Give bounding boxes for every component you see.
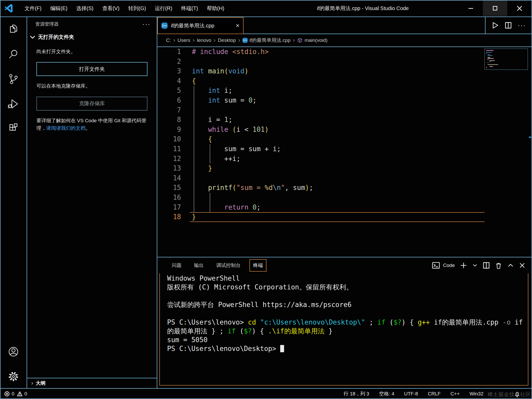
search-icon[interactable] — [6, 47, 21, 62]
menu-item[interactable]: 终端(T) — [177, 0, 202, 17]
split-editor-icon[interactable] — [505, 22, 512, 29]
line-number: 15 — [157, 183, 181, 193]
clone-repo-button[interactable]: 克隆存储库 — [36, 97, 147, 111]
minimap-bar — [489, 60, 495, 61]
code-line[interactable]: int main(void) — [192, 66, 484, 76]
menu-item[interactable]: 编辑(E) — [46, 0, 72, 17]
notifications-bell-icon[interactable] — [514, 390, 521, 397]
panel-tab-问题[interactable]: 问题 — [168, 259, 185, 272]
new-terminal-icon[interactable] — [460, 262, 467, 269]
outline-section[interactable]: › 大纲 — [27, 378, 157, 388]
code-line[interactable]: # include <stdio.h> — [192, 47, 484, 57]
code-line[interactable] — [192, 105, 484, 115]
code-line[interactable]: ++i; — [192, 154, 484, 164]
close-tab-icon[interactable]: × — [236, 22, 239, 29]
breadcrumb-item[interactable]: main(void) — [297, 37, 327, 43]
cpp-file-icon: C++ — [242, 38, 248, 43]
close-window-button[interactable] — [507, 1, 531, 16]
errors-icon[interactable]: 0 — [4, 391, 14, 397]
line-number: 3 — [157, 66, 181, 76]
breadcrumb-item[interactable]: C: — [166, 37, 171, 43]
close-panel-icon[interactable] — [519, 262, 525, 268]
docs-link[interactable]: 请阅读我们的文档 — [46, 125, 85, 131]
menu-item[interactable]: 转到(G) — [124, 0, 151, 17]
code-line[interactable]: while (i < 101) — [192, 125, 484, 135]
menu-item[interactable]: 选择(S) — [72, 0, 98, 17]
settings-gear-icon[interactable] — [6, 369, 21, 384]
editor-actions: ··· — [485, 17, 532, 34]
minimap-bar — [488, 57, 490, 58]
status-item[interactable]: Win32 — [470, 391, 483, 397]
code-content[interactable]: # include <stdio.h>int main(void){ int i… — [192, 47, 484, 222]
run-and-debug-icon[interactable] — [6, 96, 21, 111]
menu-item[interactable]: 运行(R) — [150, 0, 177, 17]
terminal-output[interactable]: Windows PowerShell版权所有 (C) Microsoft Cor… — [159, 273, 528, 386]
minimap[interactable] — [484, 49, 528, 70]
status-item[interactable]: CRLF — [428, 391, 441, 397]
bottom-panel: 问题输出调试控制台终端 Code Windows PowerShell版权所有 … — [157, 257, 532, 388]
extensions-icon[interactable] — [6, 121, 21, 136]
more-actions-icon[interactable]: ··· — [518, 21, 526, 29]
warnings-icon[interactable]: 0 — [17, 391, 27, 397]
breadcrumb-item[interactable]: lenovo — [197, 37, 211, 43]
status-item[interactable]: 空格: 4 — [379, 390, 394, 397]
terminal-cursor — [280, 345, 284, 352]
panel-tab-输出[interactable]: 输出 — [190, 259, 207, 272]
status-item[interactable]: C++ — [450, 391, 460, 397]
menu-item[interactable]: 帮助(H) — [202, 0, 229, 17]
split-terminal-icon[interactable] — [483, 262, 490, 269]
overview-ruler-mark — [529, 136, 531, 138]
breadcrumb-item[interactable]: Users — [177, 37, 190, 43]
breadcrumb-item[interactable]: C++if的最简单用法.cpp — [242, 37, 291, 44]
panel-tab-调试控制台[interactable]: 调试控制台 — [213, 259, 244, 272]
terminal-picker-chevron-icon[interactable] — [472, 263, 478, 268]
line-number: 11 — [157, 144, 181, 154]
minimap-bar — [488, 59, 488, 60]
kill-terminal-icon[interactable] — [495, 262, 502, 269]
line-number: 12 — [157, 154, 181, 164]
menu-item[interactable]: 文件(F) — [20, 0, 46, 17]
open-folder-button[interactable]: 打开文件夹 — [36, 62, 147, 76]
code-line[interactable] — [192, 173, 484, 183]
activity-bar — [0, 17, 27, 388]
run-button[interactable] — [492, 22, 499, 29]
maximize-panel-icon[interactable] — [507, 262, 514, 268]
line-number: 10 — [157, 134, 181, 144]
line-number: 8 — [157, 115, 181, 125]
code-line[interactable]: int i; — [192, 86, 484, 96]
code-line[interactable]: { — [192, 76, 484, 86]
window-controls — [459, 1, 531, 16]
code-line[interactable] — [192, 57, 484, 67]
terminal-line: Windows PowerShell — [167, 274, 528, 283]
code-line[interactable] — [192, 193, 484, 203]
code-line[interactable]: sum = sum + i; — [192, 144, 484, 154]
code-line[interactable]: return 0; — [192, 203, 484, 212]
code-line[interactable]: i = 1; — [192, 115, 484, 125]
code-line[interactable]: } — [192, 164, 484, 173]
line-number: 7 — [157, 105, 181, 115]
terminal-profile-name[interactable]: Code — [443, 263, 455, 268]
code-line[interactable]: printf("sum = %d\n", sum); — [192, 183, 484, 193]
status-item[interactable]: 行 18，列 3 — [343, 390, 369, 397]
section-label: 无打开的文件夹 — [38, 34, 74, 41]
explorer-icon[interactable] — [6, 22, 21, 37]
sidebar-explorer: 资源管理器 ··· 无打开的文件夹 尚未打开文件夹。 打开文件夹 可以在本地克隆… — [27, 17, 157, 388]
sidebar-more-actions-icon[interactable]: ··· — [142, 23, 151, 25]
tab-cpp-file[interactable]: C++ if的最简单用法.cpp × — [157, 17, 244, 34]
menu-item[interactable]: 查看(V) — [98, 0, 124, 17]
line-number: 4 — [157, 76, 181, 86]
section-no-folder[interactable]: 无打开的文件夹 — [27, 31, 157, 42]
code-line[interactable]: int sum = 0; — [192, 96, 484, 105]
code-editor[interactable]: 123456789101112131415161718 # include <s… — [157, 47, 532, 257]
account-icon[interactable] — [6, 344, 21, 359]
minimap-bar — [488, 62, 488, 63]
line-number: 6 — [157, 96, 181, 105]
source-control-icon[interactable] — [6, 72, 21, 87]
panel-tab-终端[interactable]: 终端 — [249, 259, 267, 272]
maximize-button[interactable] — [483, 1, 507, 16]
code-line[interactable]: { — [192, 134, 484, 144]
minimize-button[interactable] — [459, 1, 483, 16]
status-item[interactable]: UTF-8 — [404, 391, 418, 397]
minimap-bar — [486, 50, 494, 51]
breadcrumb-item[interactable]: Desktop — [218, 37, 236, 43]
